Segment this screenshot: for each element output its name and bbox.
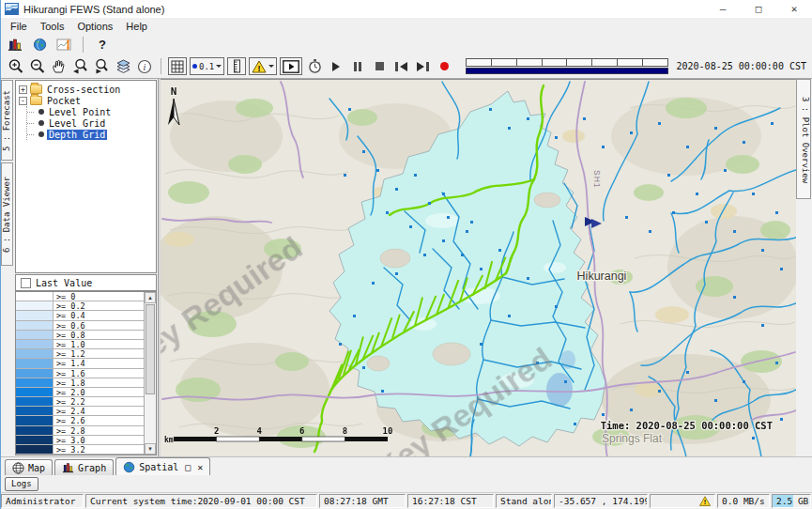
- maximize-button[interactable]: □: [741, 0, 776, 18]
- status-bar: Administrator Current system time:2020-0…: [1, 492, 812, 509]
- bottom-tab-bar: Map Graph Spatial □ ✕: [1, 456, 812, 475]
- record-button[interactable]: [435, 57, 453, 76]
- scale-legend-button[interactable]: [227, 57, 246, 75]
- map-toolbar: i 0.1 ! 2020-08-25 00:00:00 CST: [1, 54, 812, 79]
- legend-row: >= 2.2: [16, 397, 144, 407]
- zoom-in-icon: [8, 58, 23, 74]
- map-display-button[interactable]: [30, 35, 49, 54]
- pan-button[interactable]: [49, 57, 68, 76]
- close-button[interactable]: ✕: [776, 0, 812, 18]
- layers-button[interactable]: [114, 57, 132, 76]
- layer-tree: +Cross-section-PocketLevel PointLevel Gr…: [15, 80, 157, 273]
- zoom-next-icon: [94, 58, 110, 74]
- database-viewer-button[interactable]: [6, 35, 24, 54]
- time-slider-range-bar[interactable]: [466, 68, 667, 74]
- tree-expander[interactable]: +: [19, 85, 27, 94]
- time-slider[interactable]: [466, 58, 667, 74]
- menu-help[interactable]: Help: [119, 20, 154, 33]
- toolbar-separator: [83, 37, 84, 53]
- classbreak-dropdown[interactable]: 0.1: [190, 57, 224, 75]
- thresholds-dropdown[interactable]: !: [249, 57, 277, 75]
- legend-color-swatch: [16, 340, 54, 348]
- last-value-label: Last Value: [36, 278, 92, 288]
- time-slider-track[interactable]: [466, 58, 667, 67]
- scrollbar-thumb[interactable]: [146, 304, 155, 394]
- skip-start-button[interactable]: [391, 57, 410, 76]
- legend-row-label: >= 1.0: [54, 340, 85, 348]
- logs-button[interactable]: Logs: [5, 477, 38, 491]
- legend-row-label: >= 1.8: [54, 378, 85, 387]
- tree-children: Level PointLevel GridDepth Grid: [26, 106, 156, 140]
- timeseries-display-button[interactable]: [54, 35, 73, 54]
- window-title: Hikurangi FEWS (Stand alone): [23, 4, 164, 15]
- pause-icon: [354, 62, 361, 71]
- toolbar-separator: [161, 58, 161, 74]
- legend-row: >= 3.0: [16, 436, 144, 445]
- tree-item-cross-section[interactable]: +Cross-section: [19, 84, 156, 95]
- tab-plot-overview[interactable]: 3 : Plot Overview: [796, 79, 811, 199]
- zoom-out-button[interactable]: [27, 57, 46, 76]
- classbreak-value: 0.1: [199, 62, 214, 71]
- tab-maximize-button[interactable]: □: [185, 462, 191, 472]
- tab-spatial[interactable]: Spatial □ ✕: [115, 457, 210, 475]
- tree-item-pocket[interactable]: -Pocket: [19, 95, 156, 106]
- main-area: 5 : Forecast 6 : Data Viewer +Cross-sect…: [1, 79, 812, 456]
- ruler-icon: [230, 59, 243, 73]
- info-icon: i: [137, 59, 152, 74]
- tree-item-level-grid[interactable]: Level Grid: [27, 117, 156, 129]
- legend-row-label: >= 0.8: [54, 331, 85, 339]
- layers-icon: [115, 59, 131, 74]
- stop-icon: [375, 62, 384, 70]
- legend-row-label: >= 1.6: [54, 369, 85, 378]
- zoom-in-button[interactable]: [6, 57, 24, 76]
- grid-display-button[interactable]: [168, 57, 187, 75]
- skip-end-button[interactable]: [413, 57, 432, 76]
- tree-expander[interactable]: -: [19, 97, 27, 105]
- scroll-down-arrow[interactable]: ▼: [145, 443, 156, 455]
- svg-text:10: 10: [383, 426, 393, 436]
- legend-row-label: >= 3.0: [54, 436, 85, 444]
- legend-color-swatch: [16, 369, 54, 378]
- legend-row: >= 1.6: [16, 369, 144, 378]
- play-button[interactable]: [327, 57, 345, 76]
- scroll-up-arrow[interactable]: ▲: [145, 292, 156, 303]
- timer-button[interactable]: [305, 57, 324, 76]
- legend-row-label: >= 0.6: [54, 321, 85, 330]
- legend-color-swatch: [16, 388, 54, 396]
- timeseries-chart-icon: [56, 38, 71, 52]
- zoom-out-icon: [29, 58, 45, 74]
- legend-row: >= 1.0: [16, 340, 144, 349]
- zoom-previous-icon: [72, 58, 88, 74]
- menu-tools[interactable]: Tools: [34, 20, 71, 33]
- legend-row-label: >= 2.8: [54, 426, 85, 435]
- tab-forecast[interactable]: 5 : Forecast: [1, 80, 13, 161]
- tree-item-depth-grid[interactable]: Depth Grid: [27, 129, 156, 140]
- menu-file[interactable]: File: [4, 20, 34, 33]
- legend-row-label: >= 1.2: [54, 349, 85, 358]
- legend-row-label: >= 0: [54, 292, 75, 301]
- help-button[interactable]: ?: [93, 38, 112, 52]
- minimize-button[interactable]: –: [705, 0, 741, 18]
- animate-button[interactable]: [280, 57, 302, 75]
- tab-map[interactable]: Map: [5, 459, 53, 475]
- info-button[interactable]: i: [135, 57, 154, 76]
- logs-row: Logs: [1, 475, 812, 492]
- map-canvas[interactable]: API Key Required API Key Required Hikura…: [161, 79, 796, 456]
- stop-button[interactable]: [370, 57, 389, 76]
- tab-data-viewer[interactable]: 6 : Data Viewer: [1, 162, 13, 266]
- legend-row-label: >= 2.2: [54, 397, 85, 406]
- scrollbar-track[interactable]: [145, 303, 156, 443]
- menu-options[interactable]: Options: [70, 20, 119, 33]
- app-window: Hikurangi FEWS (Stand alone) – □ ✕ FileT…: [0, 0, 812, 509]
- tab-close-button[interactable]: ✕: [197, 462, 203, 472]
- legend-color-swatch: [16, 436, 54, 444]
- legend-table: >= 0>= 0.2>= 0.4>= 0.6>= 0.8>= 1.0>= 1.2…: [16, 292, 144, 455]
- zoom-previous-button[interactable]: [70, 57, 89, 76]
- legend-scrollbar[interactable]: ▲ ▼: [144, 292, 156, 455]
- last-value-checkbox[interactable]: [21, 278, 31, 288]
- svg-text:2: 2: [214, 426, 219, 436]
- tree-item-level-point[interactable]: Level Point: [27, 106, 156, 117]
- pause-button[interactable]: [348, 57, 367, 76]
- zoom-next-button[interactable]: [92, 57, 111, 76]
- tab-graph[interactable]: Graph: [54, 459, 114, 475]
